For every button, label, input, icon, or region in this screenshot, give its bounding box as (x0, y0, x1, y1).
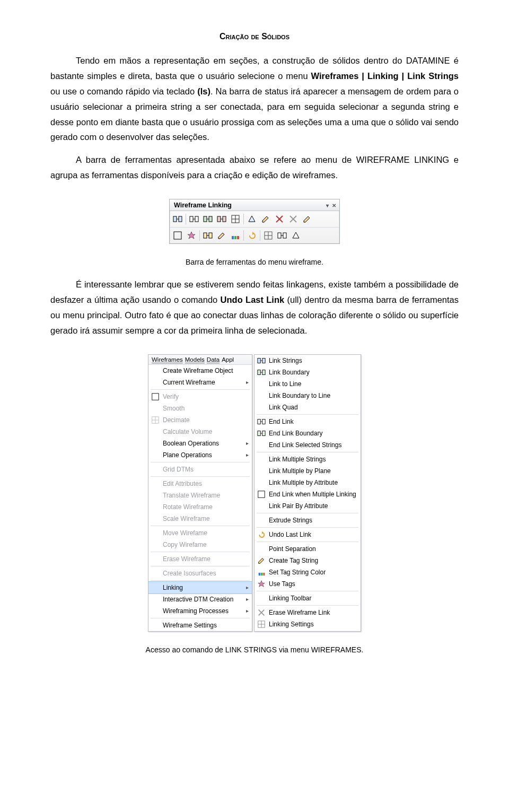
menu-item-undo-last-link[interactable]: Undo Last Link (254, 529, 361, 540)
menu-item-label: Link Boundary to Line (269, 392, 357, 399)
menubar-data[interactable]: Data (207, 356, 220, 363)
edit-icon[interactable] (259, 213, 273, 225)
menu-item-create-wireframe-object[interactable]: Create Wireframe Object (148, 365, 252, 377)
menubar-models[interactable]: Models (185, 356, 205, 363)
tool-color-icon[interactable] (229, 229, 242, 242)
menu-item-linking[interactable]: Linking▸ (148, 581, 252, 594)
menu-item-link-multiple-strings[interactable]: Link Multiple Strings (254, 453, 361, 465)
menu-item-move-wirefame: Move Wirefame (148, 527, 252, 539)
menu-item-label: Boolean Operations (163, 440, 243, 447)
svg-rect-25 (209, 233, 212, 238)
menu-item-verify: Verify (148, 391, 252, 403)
end-link-icon[interactable] (187, 213, 201, 225)
extrude-icon[interactable] (245, 213, 259, 225)
link-quad-icon[interactable] (229, 213, 242, 225)
menu-item-icon (257, 516, 266, 525)
menu-item-icon (257, 490, 266, 499)
tool-a-icon[interactable] (171, 229, 185, 242)
pen-icon[interactable] (300, 213, 314, 225)
menubar: Wireframes Models Data Appl (148, 355, 252, 365)
menu-item-boolean-operations[interactable]: Boolean Operations▸ (148, 438, 252, 449)
menu-item-plane-operations[interactable]: Plane Operations▸ (148, 449, 252, 461)
menu-item-label: Link Multiple Strings (269, 456, 357, 463)
delete-x-icon[interactable] (273, 213, 286, 225)
toolbar-close-icon[interactable]: ✕ (332, 203, 336, 208)
menu-item-label: Erase Wireframe (163, 555, 249, 563)
mesh-icon[interactable] (289, 229, 303, 242)
svg-rect-24 (204, 233, 207, 238)
menu-item-link-to-line[interactable]: Link to Line (254, 378, 361, 390)
svg-rect-30 (237, 236, 239, 239)
tool-c-icon[interactable] (201, 229, 215, 242)
link-pair-icon[interactable] (275, 229, 289, 242)
menu-item-label: Interactive DTM Creation (163, 596, 243, 603)
toolbar-dropdown-icon[interactable]: ▾ (326, 203, 329, 208)
gray-x-icon[interactable] (286, 213, 300, 225)
menu-item-link-strings[interactable]: Link Strings (254, 355, 361, 366)
menu-item-link-quad[interactable]: Link Quad (254, 401, 361, 413)
menu-item-link-multiple-by-attribute[interactable]: Link Multiple by Attribute (254, 477, 361, 488)
menu-item-extrude-strings[interactable]: Extrude Strings (254, 514, 361, 526)
menu-item-erase-wireframe: Erase Wireframe (148, 553, 252, 565)
menu-item-icon (151, 392, 160, 401)
menu-item-copy-wirefame: Copy Wirefame (148, 539, 252, 551)
menu-item-icon (151, 503, 160, 511)
svg-marker-15 (249, 216, 255, 222)
menu-item-point-separation[interactable]: Point Separation (254, 543, 361, 555)
svg-rect-22 (174, 232, 181, 239)
menu-item-rotate-wireframe: Rotate Wireframe (148, 501, 252, 513)
menu-item-end-link-selected-strings[interactable]: End Link Selected Strings (254, 439, 361, 451)
svg-rect-29 (234, 236, 236, 239)
bold-shortcut: (ls) (197, 86, 210, 96)
menu-item-label: Undo Last Link (269, 531, 357, 538)
undo-icon[interactable] (245, 229, 259, 242)
link-boundary-icon[interactable] (201, 213, 215, 225)
menu-item-linking-settings[interactable]: Linking Settings (254, 618, 361, 630)
menu-item-current-wireframe[interactable]: Current Wireframe▸ (148, 377, 252, 388)
tool-d-icon[interactable] (215, 229, 229, 242)
menu-item-label: Create Isosurfaces (163, 570, 249, 577)
submenu-arrow-icon: ▸ (246, 379, 249, 385)
toolbar-title-text: Wireframe Linking (174, 202, 232, 209)
menu-item-icon (151, 427, 160, 436)
menu-item-link-boundary[interactable]: Link Boundary (254, 366, 361, 378)
svg-rect-52 (258, 431, 260, 435)
grid-icon[interactable] (261, 229, 275, 242)
tool-b-icon[interactable] (185, 229, 198, 242)
menu-item-label: Link to Line (269, 380, 357, 388)
menubar-appl[interactable]: Appl (222, 356, 234, 363)
menu-item-decimate: Decimate (148, 414, 252, 426)
menu-item-erase-wireframe-link[interactable]: Erase Wireframe Link (254, 607, 361, 618)
svg-marker-21 (304, 216, 310, 222)
menu-item-label: Link Pair By Attribute (269, 502, 357, 510)
submenu-arrow-icon: ▸ (246, 596, 249, 602)
menu-item-linking-toolbar[interactable]: Linking Toolbar (254, 592, 361, 604)
menu-item-label: Use Tags (269, 580, 357, 588)
menu-item-label: Decimate (163, 416, 249, 424)
menu-item-end-link-when-multiple-linking[interactable]: End Link when Multiple Linking (254, 488, 361, 500)
menu-item-label: Wireframing Processes (163, 607, 243, 615)
menu-item-interactive-dtm-creation[interactable]: Interactive DTM Creation▸ (148, 593, 252, 605)
toolbar-row-1 (170, 211, 339, 228)
menu-item-end-link[interactable]: End Link (254, 416, 361, 427)
menu-item-use-tags[interactable]: Use Tags (254, 578, 361, 590)
menu-item-end-link-boundary[interactable]: End Link Boundary (254, 427, 361, 439)
menu-item-icon (257, 620, 266, 628)
menu-item-create-tag-string[interactable]: Create Tag String (254, 555, 361, 566)
link-strings-icon[interactable] (171, 213, 185, 225)
menu-item-link-boundary-to-line[interactable]: Link Boundary to Line (254, 390, 361, 401)
menu-item-link-pair-by-attribute[interactable]: Link Pair By Attribute (254, 500, 361, 512)
menu-item-set-tag-string-color[interactable]: Set Tag String Color (254, 566, 361, 578)
svg-rect-9 (217, 216, 221, 222)
menu-item-link-multiple-by-plane[interactable]: Link Multiple by Plane (254, 465, 361, 477)
menu-item-label: Link Multiple by Plane (269, 467, 357, 475)
paragraph-3: É interessante lembrar que se estiverem … (50, 277, 459, 338)
svg-rect-60 (264, 572, 265, 575)
menu-item-icon (257, 594, 266, 603)
menubar-wireframes[interactable]: Wireframes (152, 356, 183, 363)
link-to-line-icon[interactable] (215, 213, 229, 225)
menu-item-wireframing-processes[interactable]: Wireframing Processes▸ (148, 605, 252, 617)
menu-item-label: Edit Attributes (163, 480, 249, 487)
menu-item-wireframe-settings[interactable]: Wireframe Settings (148, 619, 252, 631)
menu-item-label: End Link when Multiple Linking (269, 491, 357, 498)
